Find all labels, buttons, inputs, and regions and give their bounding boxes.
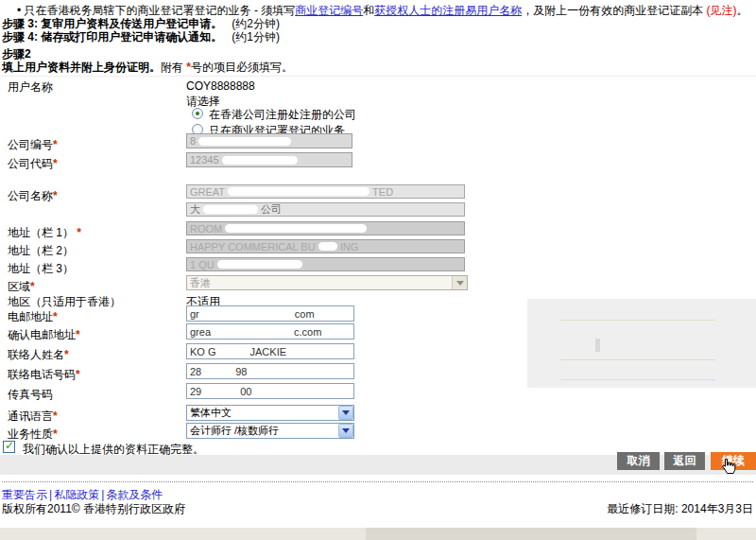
- contact-name-input[interactable]: KO G JACKIE: [186, 343, 354, 359]
- faded-side-panel: [527, 299, 756, 388]
- radio-company-registry[interactable]: [192, 108, 203, 119]
- address1-label: 地址（栏 1） *: [8, 225, 81, 241]
- region-select: 香港: [186, 275, 468, 290]
- section-instruction: 填上用户资料并附上身份证明。附有 *号的项目必须填写。: [2, 60, 293, 76]
- redaction-smudge: [219, 347, 248, 356]
- dropdown-arrow-icon[interactable]: [338, 424, 353, 438]
- redaction-smudge: [203, 205, 258, 214]
- company-name-label: 公司名称*: [8, 188, 58, 204]
- divider: [0, 76, 756, 77]
- confirm-email-input[interactable]: grea c.com: [186, 323, 354, 340]
- company-name-en-input: GREAT TED: [186, 184, 465, 199]
- confirm-checkbox[interactable]: ✓: [3, 441, 15, 453]
- company-no-label: 公司编号*: [8, 137, 58, 153]
- username-value: COY8888888: [186, 79, 255, 93]
- company-code-input: 12345: [186, 152, 352, 167]
- bullet-icon: •: [17, 4, 21, 17]
- confirm-email-label: 确认电邮地址*: [8, 327, 80, 343]
- notice-text-post: ，及附上一份有效的商业登记证副本: [522, 4, 706, 17]
- redaction-smudge: [198, 137, 291, 146]
- faded-mark: [595, 339, 600, 352]
- redaction-smudge: [225, 224, 367, 233]
- link-business-reg-number[interactable]: 商业登记编号: [295, 4, 363, 17]
- language-select[interactable]: 繁体中文: [186, 405, 354, 421]
- redaction-smudge: [217, 260, 302, 269]
- see-note-text: (见注): [707, 4, 737, 17]
- redaction-smudge: [222, 156, 298, 165]
- cursor-hand-icon: [721, 458, 736, 478]
- notice-text-end: 。: [737, 4, 748, 17]
- step-4-line: 步骤 4: 储存或打印用户登记申请确认通知。(约1分钟): [2, 29, 280, 45]
- faded-line: [560, 379, 715, 380]
- business-nature-select[interactable]: 会计师行 /核数师行: [186, 423, 354, 439]
- horizontal-scrollbar-thumb[interactable]: [366, 528, 696, 540]
- back-button[interactable]: 返回: [664, 452, 705, 470]
- footer-link-important-notices[interactable]: 重要告示: [2, 488, 47, 501]
- dropdown-arrow-icon: [452, 276, 467, 289]
- radio-company-registry-label: 在香港公司注册处注册的公司: [209, 107, 356, 123]
- username-label: 用户名称: [8, 79, 53, 96]
- notice-text-mid: 和: [363, 4, 374, 17]
- language-label: 通讯语言*: [8, 409, 58, 425]
- checkmark-icon: ✓: [5, 439, 14, 452]
- redaction-smudge: [228, 187, 369, 196]
- footer-link-terms-conditions[interactable]: 条款及条件: [106, 488, 163, 501]
- dotted-separator: [2, 481, 753, 482]
- contact-phone-label: 联络电话号码*: [8, 367, 80, 383]
- dropdown-arrow-icon[interactable]: [338, 406, 353, 420]
- email-input[interactable]: gr com: [186, 305, 354, 322]
- link-authorized-user-name[interactable]: 获授权人士的注册易用户名称: [374, 4, 522, 17]
- redaction-smudge: [202, 309, 292, 318]
- copyright-text: 版权所有2011© 香港特别行政区政府: [2, 501, 185, 517]
- contact-name-label: 联络人姓名*: [8, 347, 69, 363]
- company-no-input: 8: [186, 133, 352, 148]
- faded-line: [560, 320, 715, 321]
- company-code-label: 公司代码*: [8, 156, 58, 172]
- address1-input: ROOM: [186, 221, 465, 235]
- address2-label: 地址（栏 2）: [8, 243, 74, 259]
- district-label: 地区（只适用于香港）: [8, 294, 121, 310]
- faded-line: [560, 359, 715, 360]
- redaction-smudge: [204, 387, 237, 395]
- cancel-button[interactable]: 取消: [617, 452, 660, 470]
- company-name-zh-input: 大 公司: [186, 202, 465, 217]
- notice-text-pre: 只在香港税务局辖下的商业登记署登记的业务 - 须填写: [25, 4, 296, 17]
- last-revised-text: 最近修订日期: 2014年3月3日: [607, 501, 753, 517]
- address2-input: HAPPY COMMERICAL BU ING: [186, 239, 465, 253]
- address3-label: 地址（栏 3）: [8, 261, 74, 277]
- address3-input: 1 QU: [186, 257, 465, 271]
- region-label: 区域*: [8, 279, 35, 295]
- fax-input[interactable]: 29 00: [186, 383, 354, 399]
- horizontal-scrollbar-track: [0, 528, 756, 540]
- redaction-smudge: [214, 327, 291, 336]
- redaction-smudge: [318, 242, 337, 251]
- redaction-smudge: [204, 367, 232, 375]
- contact-phone-input[interactable]: 28 98: [186, 363, 354, 379]
- footer-link-privacy-policy[interactable]: 私隐政策: [54, 488, 99, 501]
- fax-label: 传真号码: [8, 387, 53, 403]
- email-label: 电邮地址*: [8, 309, 58, 325]
